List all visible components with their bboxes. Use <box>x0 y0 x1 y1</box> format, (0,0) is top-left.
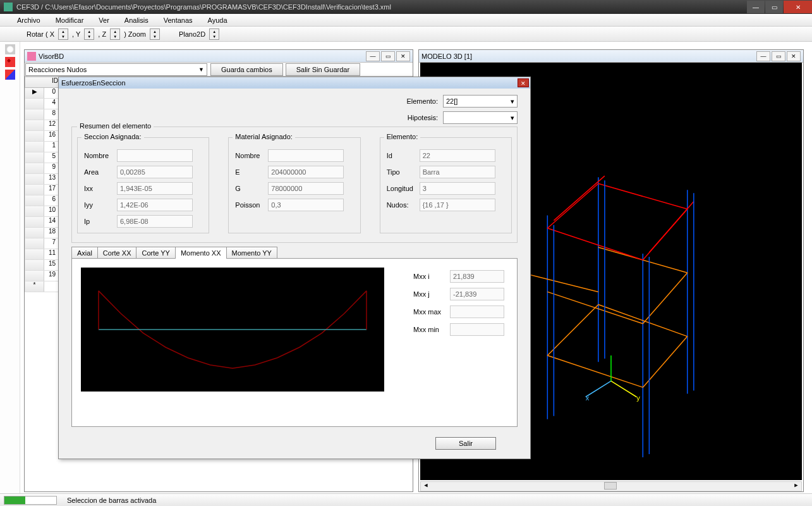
menu-ver[interactable]: Ver <box>91 15 117 25</box>
grid-row[interactable]: 14 <box>25 217 60 228</box>
grid-row[interactable]: 1 <box>25 142 60 152</box>
scroll-right-icon[interactable]: ► <box>791 482 801 491</box>
menu-ventanas[interactable]: Ventanas <box>156 15 200 25</box>
material-e-label: E <box>235 168 268 176</box>
grid-row[interactable]: 4 <box>25 99 60 109</box>
modelo3d-minimize-button[interactable]: — <box>756 51 770 61</box>
grid-row[interactable]: 6 <box>25 195 60 206</box>
mxx-i-label: Mxx i <box>413 273 450 280</box>
app-icon <box>4 3 13 11</box>
elemento-longitud-value: 3 <box>420 182 495 195</box>
visorbd-close-button[interactable]: ✕ <box>396 51 410 61</box>
mxx-max-value <box>450 305 504 318</box>
grid-row[interactable]: 12 <box>25 120 60 131</box>
spinner-plano2d[interactable]: ▲▼ <box>209 28 219 40</box>
material-g-value: 78000000 <box>268 182 344 195</box>
spinner-x[interactable]: ▲▼ <box>58 28 68 40</box>
grid-row[interactable]: 17 <box>25 185 60 195</box>
menu-analisis[interactable]: Analisis <box>117 15 156 25</box>
spinner-zoom[interactable]: ▲▼ <box>150 28 160 40</box>
seccion-iyy-value: 1,42E-06 <box>117 199 193 211</box>
elemento-nudos-value: {16 ,17 } <box>420 199 495 211</box>
svg-line-14 <box>598 183 688 209</box>
scroll-left-icon[interactable]: ◄ <box>421 482 431 491</box>
svg-line-15 <box>547 183 598 228</box>
elemento-tipo-label: Tipo <box>387 168 420 176</box>
svg-line-24 <box>586 381 611 397</box>
modelo3d-title-text: MODELO 3D [1] <box>421 52 755 60</box>
material-poisson-label: Poisson <box>235 201 268 209</box>
grid-row[interactable]: 5 <box>25 152 60 163</box>
visorbd-icon <box>27 52 36 61</box>
tab-corte-xx[interactable]: Corte XX <box>97 247 137 259</box>
grid-row[interactable]: 18 <box>25 228 60 238</box>
dialog-titlebar[interactable]: EsfuerzosEnSeccion ✕ <box>59 77 530 89</box>
mxx-max-label: Mxx max <box>413 308 450 316</box>
visorbd-titlebar[interactable]: VisorBD — ▭ ✕ <box>25 50 413 63</box>
grid-header-id[interactable]: ID <box>25 77 60 88</box>
material-poisson-value: 0,3 <box>268 199 344 211</box>
grid-row[interactable]: 8 <box>25 109 60 120</box>
seccion-ip-label: Ip <box>84 218 117 225</box>
elemento-tipo-value: Barra <box>420 166 495 178</box>
tool-node-icon[interactable] <box>5 57 15 67</box>
svg-line-4 <box>547 355 643 387</box>
dialog-title-text: EsfuerzosEnSeccion <box>61 79 518 87</box>
tool-element-icon[interactable] <box>5 70 15 80</box>
mxx-min-label: Mxx min <box>413 326 450 333</box>
grid-row[interactable]: 15 <box>25 260 60 271</box>
modelo3d-close-button[interactable]: ✕ <box>787 51 801 61</box>
tool-select-icon[interactable] <box>5 44 15 54</box>
svg-line-7 <box>547 305 598 356</box>
grid-row[interactable]: 7 <box>25 238 60 249</box>
tab-momento-yy[interactable]: Momento YY <box>226 247 277 259</box>
visorbd-minimize-button[interactable]: — <box>366 51 380 61</box>
modelo3d-maximize-button[interactable]: ▭ <box>772 51 785 61</box>
spinner-z[interactable]: ▲▼ <box>110 28 120 40</box>
svg-line-25 <box>611 381 636 397</box>
material-g-label: G <box>235 185 268 192</box>
seccion-title: Seccion Asignada: <box>82 133 144 140</box>
chevron-down-icon: ▾ <box>511 114 514 122</box>
tab-axial[interactable]: Axial <box>71 247 98 259</box>
spinner-y[interactable]: ▲▼ <box>84 28 94 40</box>
resumen-group-title: Resumen del elemento <box>77 122 154 130</box>
visorbd-combo[interactable]: Reacciones Nudos ▼ <box>25 63 207 76</box>
svg-text:y: y <box>636 394 640 402</box>
grid-row[interactable]: 19 <box>25 271 60 281</box>
minimize-button[interactable]: — <box>747 1 765 13</box>
menu-ayuda[interactable]: Ayuda <box>200 15 235 25</box>
hipotesis-combo[interactable]: ▾ <box>443 111 518 124</box>
seccion-ip-value: 6,98E-08 <box>117 215 193 228</box>
maximize-button[interactable]: ▭ <box>765 1 783 13</box>
dialog-close-button[interactable]: ✕ <box>518 78 529 87</box>
visorbd-maximize-button[interactable]: ▭ <box>381 51 395 61</box>
toolbar: Rotar ( X ▲▼ , Y ▲▼ , Z ▲▼ ) Zoom ▲▼ Pla… <box>0 27 812 42</box>
elemento-id-label: Id <box>387 152 420 159</box>
toolbar-zoom-label: ) Zoom <box>123 30 147 38</box>
tab-corte-yy[interactable]: Corte YY <box>136 247 175 259</box>
menu-archivo[interactable]: Archivo <box>9 15 48 25</box>
grid-row[interactable]: 10 <box>25 206 60 217</box>
modelo3d-hscrollbar[interactable]: ◄ ► <box>420 481 802 491</box>
menu-modificar[interactable]: Modificar <box>48 15 92 25</box>
elemento-id-value: 22 <box>420 149 495 162</box>
seccion-nombre-label: Nombre <box>84 152 117 159</box>
tab-momento-xx[interactable]: Momento XX <box>175 247 227 259</box>
grid-row[interactable]: 16 <box>25 131 60 142</box>
elemento-combo[interactable]: 22[] ▾ <box>443 95 518 108</box>
grid-row[interactable]: ▶0 <box>25 88 60 99</box>
scroll-thumb[interactable] <box>604 482 617 490</box>
guarda-cambios-button[interactable]: Guarda cambios <box>210 63 283 76</box>
salir-button[interactable]: Salir <box>435 437 496 450</box>
salir-sin-guardar-button[interactable]: Salir Sin Guardar <box>286 63 360 76</box>
grid-row[interactable]: 11 <box>25 249 60 260</box>
visorbd-title-text: VisorBD <box>39 52 365 60</box>
close-button[interactable]: ✕ <box>784 1 812 13</box>
mxx-i-value: 21,839 <box>450 270 504 283</box>
modelo3d-titlebar[interactable]: MODELO 3D [1] — ▭ ✕ <box>419 50 803 63</box>
grid-row[interactable]: 9 <box>25 163 60 174</box>
status-bar: Seleccion de barras activada <box>0 493 812 506</box>
grid-row[interactable]: 13 <box>25 174 60 185</box>
mxx-min-value <box>450 323 504 336</box>
